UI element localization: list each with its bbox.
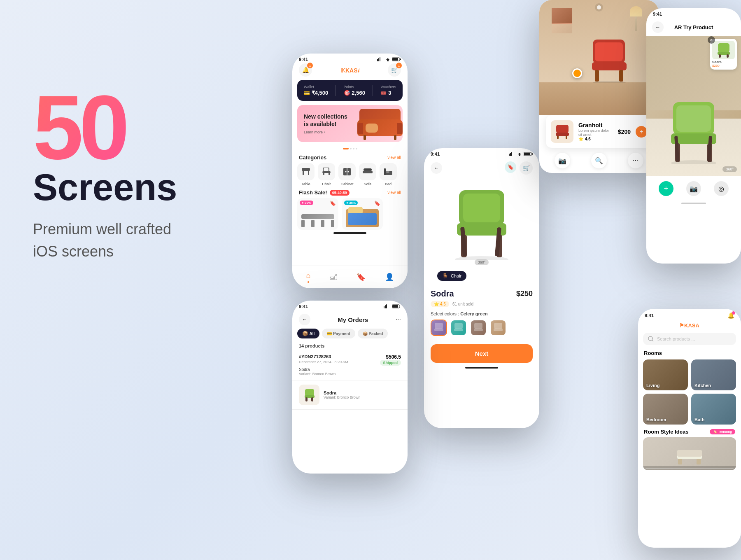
svg-rect-41 xyxy=(454,323,463,329)
svg-rect-9 xyxy=(308,171,309,175)
svg-rect-23 xyxy=(384,168,386,175)
ar-camera-btn[interactable]: 📷 xyxy=(555,153,570,168)
svg-rect-84 xyxy=(697,459,701,464)
home-banner: New collections is available! Learn more… xyxy=(297,105,403,142)
banner-link[interactable]: Learn more › xyxy=(304,130,347,134)
tab-all[interactable]: 📦 All xyxy=(297,329,319,338)
svg-rect-55 xyxy=(311,397,313,401)
svg-rect-49 xyxy=(386,304,387,308)
categories-view-all[interactable]: view all xyxy=(387,155,401,160)
categories-row: Table Chair Cabinet Sofa xyxy=(292,163,408,186)
notification-btn[interactable]: 🔔 1 xyxy=(299,63,312,77)
ar2-close-btn[interactable]: ✕ xyxy=(708,36,715,44)
ar2-plus-btn[interactable]: + xyxy=(659,181,673,196)
svg-point-17 xyxy=(348,171,349,173)
nav-home[interactable]: ⌂ xyxy=(306,271,310,283)
svg-rect-25 xyxy=(509,154,510,156)
category-table-icon xyxy=(297,163,315,180)
vouchers-value: 🎟️ 3 xyxy=(380,90,396,96)
category-table[interactable]: Table xyxy=(297,163,315,186)
room-bedroom[interactable]: Bedroom xyxy=(643,394,688,425)
svg-rect-27 xyxy=(511,152,512,156)
nav-sofa[interactable]: 🛋 xyxy=(330,273,337,282)
category-sofa-icon xyxy=(359,163,376,180)
order-variant: Variant: Bronco Brown xyxy=(299,372,401,376)
back-btn-product[interactable]: ← xyxy=(431,162,442,174)
svg-point-16 xyxy=(345,171,347,173)
back-btn-ar2[interactable]: ← xyxy=(652,21,664,33)
wallet-value: 💳 ₹4,500 xyxy=(304,90,328,96)
ar-bottom-bar: 📷 🔍 ··· xyxy=(539,148,659,173)
ar-more-btn[interactable]: ··· xyxy=(628,153,643,168)
flash-title: Flash Sale! 05:40:59 xyxy=(299,189,350,196)
phone-search: 9:41 🔔 ⚑KASA Search products ... Rooms xyxy=(638,309,741,548)
svg-rect-20 xyxy=(370,171,373,173)
cart-btn-product[interactable]: 🛒 xyxy=(520,161,533,175)
svg-rect-77 xyxy=(727,54,729,58)
svg-rect-75 xyxy=(718,52,730,55)
swatch-brown[interactable] xyxy=(470,320,487,336)
category-chair-label: Chair xyxy=(322,182,331,186)
svg-rect-13 xyxy=(322,171,331,173)
ar-add-btn[interactable]: + xyxy=(636,126,647,138)
ar2-camera-btn[interactable]: 📷 xyxy=(686,181,701,196)
ar2-extra-btn[interactable]: ◎ xyxy=(714,181,729,196)
subtitle-line1: Premium well crafted xyxy=(33,221,171,238)
order-item-2: Sodra Variant: Bronco Brown xyxy=(292,380,408,410)
wallet-item: Wallet 💳 ₹4,500 xyxy=(304,85,328,96)
category-sofa[interactable]: Sofa xyxy=(359,163,376,186)
sofa-nav-icon: 🛋 xyxy=(330,273,337,282)
cart-btn-home[interactable]: 🛒 1 xyxy=(388,63,401,77)
swatch-purple[interactable] xyxy=(431,320,447,336)
units-sold: 61 unit sold xyxy=(452,302,473,306)
flash-header: Flash Sale! 05:40:59 view all xyxy=(292,186,408,198)
svg-rect-74 xyxy=(718,43,729,52)
svg-rect-45 xyxy=(494,323,502,329)
chair-tag-icon: 🪑 xyxy=(442,273,448,279)
kasa-logo-home: 𝕂KASA xyxy=(341,66,359,74)
room-bath[interactable]: Bath xyxy=(691,394,736,425)
category-cabinet[interactable]: Cabinet xyxy=(338,163,356,186)
flash-products: ● 30% 🔖 ● 35% xyxy=(292,198,408,230)
category-bed-label: Bed xyxy=(385,182,391,186)
style-title: Room Style Ideas xyxy=(644,429,688,435)
room-bedroom-label: Bedroom xyxy=(646,417,666,422)
color-selected: Celery green xyxy=(460,311,488,316)
ar-search-btn[interactable]: 🔍 xyxy=(591,153,607,168)
style-card-1[interactable] xyxy=(643,437,736,470)
product-image-area: 360° xyxy=(424,178,539,268)
order-number: #YDN27128263 xyxy=(299,354,348,359)
rating-row: ⭐ 4.5 61 unit sold xyxy=(424,301,539,307)
svg-rect-58 xyxy=(592,62,627,70)
back-btn-orders[interactable]: ← xyxy=(299,314,310,325)
flash-view-all[interactable]: view all xyxy=(387,190,401,195)
star-badge-product: ⭐ 4.5 xyxy=(431,301,449,307)
category-bed[interactable]: Bed xyxy=(380,163,397,186)
search-bar[interactable]: Search products ... xyxy=(643,333,736,345)
next-button[interactable]: Next xyxy=(431,344,533,363)
svg-rect-1 xyxy=(378,58,379,61)
room-kitchen[interactable]: Kitchen xyxy=(691,359,736,390)
tab-payment[interactable]: 💳 Payment xyxy=(322,329,355,338)
bookmark-btn-product[interactable]: 🔖 xyxy=(505,161,516,173)
home-indicator xyxy=(333,232,366,234)
category-tag-row: 🪑 Chair xyxy=(424,268,539,287)
swatch-teal[interactable] xyxy=(450,320,467,336)
time-search: 9:41 xyxy=(645,313,654,318)
order-price-status: $506.5 Shipped xyxy=(380,354,401,366)
room-living[interactable]: Living xyxy=(643,359,688,390)
flash-product-2[interactable]: ● 35% 🔖 xyxy=(342,198,383,230)
tab-packed[interactable]: 📦 Packed xyxy=(358,329,388,338)
color-section: Select colors : Celery green xyxy=(424,307,539,340)
flash-product-1[interactable]: ● 30% 🔖 xyxy=(297,198,338,230)
order2-name: Sodra xyxy=(324,390,360,395)
products-count: 14 products xyxy=(292,342,408,350)
nav-profile[interactable]: 👤 xyxy=(385,273,394,282)
ar-circle-dot xyxy=(595,3,603,12)
nav-bookmark[interactable]: 🔖 xyxy=(357,273,366,282)
ar2-price-label: $250 xyxy=(712,64,735,68)
360-indicator-product: 360° xyxy=(475,259,489,265)
category-chair[interactable]: Chair xyxy=(318,163,335,186)
swatch-tan[interactable] xyxy=(490,320,506,336)
status-icons-home xyxy=(377,57,401,61)
